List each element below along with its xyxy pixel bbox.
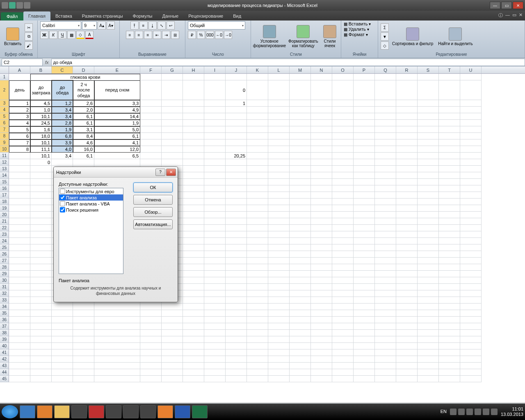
cell[interactable] [439, 113, 460, 120]
cell[interactable] [311, 336, 332, 343]
cell[interactable] [290, 159, 311, 166]
cell[interactable] [183, 363, 204, 369]
cell[interactable] [140, 356, 162, 363]
taskbar-firefox-icon[interactable] [37, 405, 52, 418]
cell[interactable]: 1 [226, 100, 247, 107]
cell[interactable] [226, 139, 247, 146]
tray-icon[interactable] [466, 409, 473, 415]
cell[interactable]: глюкоза крови [30, 74, 140, 80]
cell[interactable] [204, 317, 226, 323]
cell[interactable] [247, 146, 268, 153]
cell[interactable]: 24,5 [30, 120, 52, 126]
clear-icon[interactable]: ◇ [381, 41, 389, 50]
cell[interactable] [460, 179, 482, 185]
cell[interactable] [439, 218, 460, 225]
cell[interactable] [354, 297, 375, 304]
cell[interactable] [30, 199, 52, 205]
cell[interactable] [290, 290, 311, 297]
cell[interactable] [311, 199, 332, 205]
cell[interactable] [311, 159, 332, 166]
cell[interactable] [375, 225, 396, 231]
underline-button[interactable]: Ч [58, 31, 66, 39]
dialog-help-button[interactable]: ? [155, 169, 165, 176]
automation-button[interactable]: Автоматизация... [133, 219, 173, 229]
cell[interactable] [52, 310, 73, 317]
cell[interactable] [140, 336, 162, 343]
cell[interactable] [73, 349, 94, 356]
cell[interactable] [226, 258, 247, 264]
cell[interactable] [268, 264, 290, 271]
merge-icon[interactable]: ⊞ [171, 31, 179, 39]
cell[interactable] [460, 277, 482, 284]
cell[interactable] [311, 343, 332, 349]
cell[interactable] [9, 179, 30, 185]
cell[interactable] [332, 199, 354, 205]
cell[interactable] [354, 113, 375, 120]
cell[interactable] [460, 159, 482, 166]
cell[interactable] [183, 172, 204, 179]
cell[interactable] [460, 153, 482, 159]
cell[interactable] [140, 330, 162, 336]
cell[interactable] [418, 133, 439, 139]
cell[interactable] [183, 343, 204, 349]
col-header[interactable]: N [311, 66, 332, 73]
cell[interactable] [226, 264, 247, 271]
cell[interactable] [52, 336, 73, 343]
cell[interactable] [204, 376, 226, 382]
align-top-icon[interactable]: ⭱ [130, 21, 139, 30]
cell[interactable] [268, 271, 290, 277]
cell[interactable] [247, 166, 268, 172]
cell[interactable] [290, 139, 311, 146]
row-header[interactable]: 32 [0, 290, 9, 297]
cell[interactable] [439, 376, 460, 382]
cell[interactable] [226, 159, 247, 166]
cell[interactable] [204, 356, 226, 363]
cell[interactable] [247, 218, 268, 225]
taskbar-yandex-icon[interactable] [89, 405, 104, 418]
cell[interactable] [311, 231, 332, 238]
cell[interactable] [226, 284, 247, 290]
cell[interactable] [268, 244, 290, 251]
cell[interactable] [290, 133, 311, 139]
cell[interactable] [460, 212, 482, 218]
cell[interactable] [311, 290, 332, 297]
cell[interactable] [439, 310, 460, 317]
cell[interactable]: 6 [9, 133, 30, 139]
cell[interactable] [311, 80, 332, 100]
row-header[interactable]: 12 [0, 159, 9, 166]
row-header[interactable]: 10 [0, 146, 9, 153]
cell[interactable] [354, 356, 375, 363]
cell[interactable] [268, 107, 290, 113]
qat-redo-icon[interactable] [24, 2, 30, 9]
cell[interactable] [140, 139, 162, 146]
cell[interactable] [268, 192, 290, 199]
cell[interactable] [439, 146, 460, 153]
cell[interactable] [311, 297, 332, 304]
cell[interactable] [439, 330, 460, 336]
cell[interactable] [311, 369, 332, 376]
cell[interactable] [311, 330, 332, 336]
dialog-title-bar[interactable]: Надстройки ? ✕ [54, 167, 178, 178]
cell[interactable] [418, 264, 439, 271]
cell[interactable] [375, 271, 396, 277]
cell[interactable] [311, 212, 332, 218]
cell[interactable] [418, 139, 439, 146]
cell[interactable] [375, 133, 396, 139]
cell[interactable] [396, 369, 418, 376]
cell[interactable] [290, 297, 311, 304]
cell[interactable] [354, 277, 375, 284]
cell[interactable] [375, 238, 396, 244]
row-header[interactable]: 9 [0, 139, 9, 146]
cell[interactable] [183, 166, 204, 172]
cell[interactable] [30, 363, 52, 369]
taskbar-chrome-icon[interactable] [106, 405, 121, 418]
cell[interactable] [290, 264, 311, 271]
cell[interactable] [268, 133, 290, 139]
cell[interactable] [9, 74, 30, 80]
cell[interactable] [375, 363, 396, 369]
cell[interactable] [460, 330, 482, 336]
cell[interactable] [439, 100, 460, 107]
cell[interactable] [375, 258, 396, 264]
cell[interactable] [52, 317, 73, 323]
cell[interactable] [396, 146, 418, 153]
